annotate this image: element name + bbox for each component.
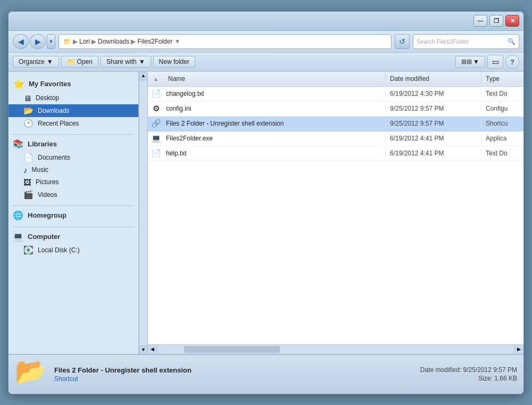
file-name-config: config.ini [164,105,385,112]
desktop-label: Desktop [36,94,59,102]
file-row-exe[interactable]: 💻 Files2Folder.exe 6/19/2012 4:41 PM App… [148,131,523,146]
sidebar-item-downloads[interactable]: 📂 Downloads [9,104,138,117]
sidebar-item-music[interactable]: ♪ Music [9,164,138,176]
sidebar-item-pictures[interactable]: 🖼 Pictures [9,176,138,188]
file-row-changelog[interactable]: 📄 changelog.txt 6/19/2012 4:30 PM Text D… [148,87,523,102]
file-date-unregister: 9/25/2012 9:57 PM [385,120,481,127]
help-label: ? [510,58,514,66]
address-bar: ◀ ▶ ▼ 📁 ▶ Lori ▶ Downloads ▶ Files2Folde… [9,31,523,52]
breadcrumb[interactable]: 📁 ▶ Lori ▶ Downloads ▶ Files2Folder ▼ [59,34,392,49]
status-date-label: Date modified: [420,366,461,374]
maximize-button[interactable]: ❐ [489,15,503,27]
sidebar-header-libraries[interactable]: 📚 Libraries [9,137,138,151]
hscroll-right[interactable]: ▶ [514,345,523,354]
open-icon: 📁 [67,58,75,65]
file-icon-config: ⚙ [148,104,164,113]
minimize-button[interactable]: — [473,15,487,27]
documents-icon: 📄 [23,153,34,162]
computer-icon: 💻 [13,232,23,242]
divider-3 [13,227,134,227]
libraries-label: Libraries [28,140,57,148]
status-right: Date modified: 9/25/2012 9:57 PM Size: 1… [420,366,517,382]
close-button[interactable]: ✕ [505,15,519,27]
nav-buttons: ◀ ▶ ▼ [13,34,55,49]
file-icon-unregister: 🔗 [148,119,164,128]
file-row-unregister[interactable]: 🔗 Files 2 Folder - Unregister shell exte… [148,117,523,131]
search-bar[interactable]: Search Files2Folder 🔍 [413,34,519,49]
homegroup-icon: 🌐 [13,210,23,220]
menu-bar: Organize ▼ 📁 Open Share with ▼ New folde… [9,53,523,72]
sidebar-item-documents[interactable]: 📄 Documents [9,151,138,164]
music-label: Music [32,166,48,173]
localdisk-label: Local Disk (C:) [38,246,80,254]
open-button[interactable]: 📁 Open [61,56,98,68]
star-icon: ⭐ [13,78,24,90]
address-bar-area: ◀ ▶ ▼ 📁 ▶ Lori ▶ Downloads ▶ Files2Folde… [9,31,523,53]
divider-2 [13,205,134,206]
views-arrow: ▼ [473,58,479,65]
back-button[interactable]: ◀ [13,34,29,49]
downloads-icon: 📂 [23,106,34,115]
forward-button[interactable]: ▶ [30,34,46,49]
sidebar: ⭐ My Favorites 🖥 Desktop 📂 Downloads 🕐 R… [9,72,139,354]
file-area: ▲ Name Date modified Type 📄 changelog.tx… [148,72,523,354]
sidebar-header-computer[interactable]: 💻 Computer [9,229,138,244]
videos-label: Videos [38,191,57,199]
sidebar-section-computer: 💻 Computer 💽 Local Disk (C:) [9,229,138,257]
file-date-exe: 6/19/2012 4:41 PM [385,135,481,142]
column-date[interactable]: Date modified [385,72,481,86]
organize-label: Organize [19,58,45,65]
main-content: ⭐ My Favorites 🖥 Desktop 📂 Downloads 🕐 R… [9,72,523,354]
hscroll-thumb[interactable] [184,346,280,353]
sidebar-item-recent[interactable]: 🕐 Recent Places [9,117,138,130]
file-row-help[interactable]: 📄 help.txt 6/19/2012 4:41 PM Text Do [148,146,523,161]
recent-icon: 🕐 [23,119,34,128]
breadcrumb-downloads[interactable]: Downloads [98,38,129,45]
breadcrumb-lori[interactable]: Lori [79,38,90,45]
status-size-label: Size: [478,375,493,382]
file-name-unregister: Files 2 Folder - Unregister shell extens… [164,120,385,127]
file-icon-exe: 💻 [148,134,164,143]
preview-pane-button[interactable]: ▭ [487,55,503,69]
column-type[interactable]: Type [481,72,523,86]
title-bar: — ❐ ✕ [9,12,523,31]
file-name-help: help.txt [164,150,385,157]
sidebar-scroll-down[interactable]: ▼ [139,345,147,354]
sidebar-scrollbar: ▲ ▼ [139,72,147,354]
desktop-icon: 🖥 [23,94,31,103]
new-folder-button[interactable]: New folder [153,56,195,68]
share-button[interactable]: Share with ▼ [101,56,151,68]
sidebar-item-videos[interactable]: 🎬 Videos [9,188,138,201]
file-row-config[interactable]: ⚙ config.ini 9/25/2012 9:57 PM Configu [148,102,523,117]
sidebar-header-favorites[interactable]: ⭐ My Favorites [9,76,138,92]
downloads-label: Downloads [38,107,69,114]
breadcrumb-folder[interactable]: Files2Folder [137,38,172,45]
status-file-name: Files 2 Folder - Unregister shell extens… [54,366,192,374]
status-size: Size: 1.66 KB [420,375,517,382]
column-name[interactable]: Name [164,72,385,86]
open-label: Open [77,58,93,65]
sidebar-section-libraries: 📚 Libraries 📄 Documents ♪ Music 🖼 Pictur… [9,137,138,201]
file-list: 📄 changelog.txt 6/19/2012 4:30 PM Text D… [148,87,523,344]
sidebar-item-desktop[interactable]: 🖥 Desktop [9,92,138,104]
help-button[interactable]: ? [505,55,519,69]
sidebar-scroll-up[interactable]: ▲ [139,72,147,80]
hscroll-track[interactable] [157,345,514,354]
status-date-value: 9/25/2012 9:57 PM [463,366,517,374]
file-name-changelog: changelog.txt [164,90,385,97]
status-folder-icon: 📂 [15,357,47,385]
nav-dropdown-button[interactable]: ▼ [47,34,55,49]
organize-button[interactable]: Organize ▼ [13,56,59,68]
refresh-button[interactable]: ↺ [395,34,410,49]
hscroll-left[interactable]: ◀ [148,345,157,354]
share-arrow: ▼ [139,58,145,65]
search-icon[interactable]: 🔍 [508,38,516,45]
column-header: ▲ Name Date modified Type [148,72,523,87]
status-file-icon: 📂 [15,359,47,390]
sidebar-item-localdisk[interactable]: 💽 Local Disk (C:) [9,244,138,257]
music-icon: ♪ [23,166,28,175]
file-type-changelog: Text Do [481,90,523,97]
sidebar-header-homegroup[interactable]: 🌐 Homegroup [9,208,138,222]
views-button[interactable]: ⊞⊞ ▼ [455,56,485,68]
status-bar: 📂 Files 2 Folder - Unregister shell exte… [9,354,523,394]
